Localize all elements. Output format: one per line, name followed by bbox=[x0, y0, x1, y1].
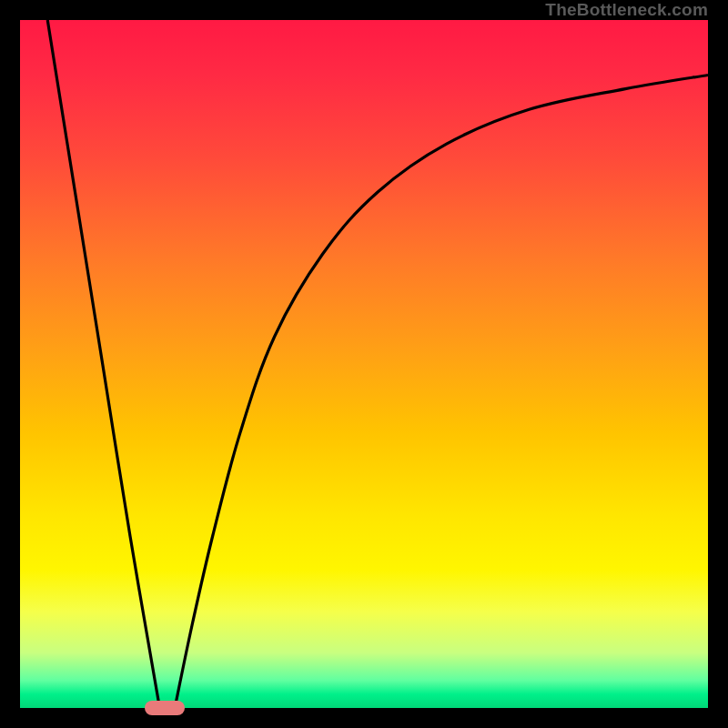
chart-frame: TheBottleneck.com bbox=[20, 20, 708, 708]
curve-right-branch bbox=[175, 75, 708, 708]
chart-plot bbox=[20, 20, 708, 708]
optimal-marker bbox=[145, 701, 185, 715]
curve-left-branch bbox=[47, 20, 159, 708]
watermark-text: TheBottleneck.com bbox=[545, 0, 708, 20]
